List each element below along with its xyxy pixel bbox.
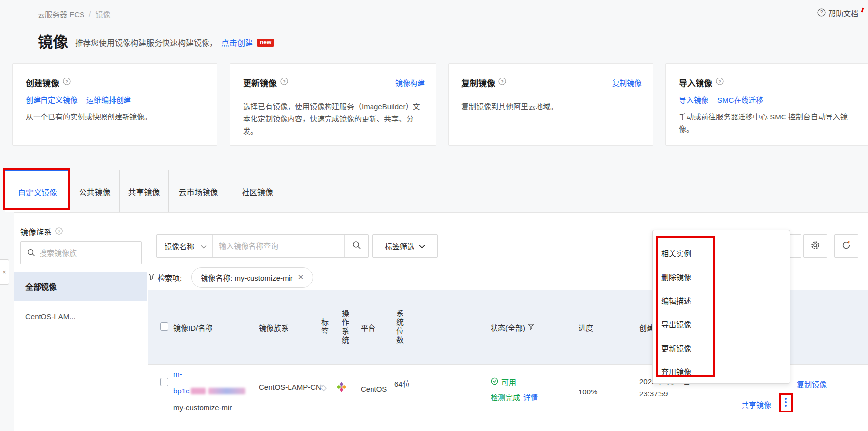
- tab-custom-images[interactable]: 自定义镜像: [5, 170, 70, 212]
- tag-icon[interactable]: [319, 384, 328, 393]
- menu-item-related-instances[interactable]: 相关实例: [653, 241, 790, 265]
- family-search-box: [20, 241, 142, 264]
- menu-item-edit-description[interactable]: 编辑描述: [653, 288, 790, 312]
- question-circle-icon: ?: [55, 227, 63, 236]
- search-icon: [27, 248, 35, 258]
- refresh-button[interactable]: [834, 234, 858, 258]
- tag-filter-label: 标签筛选: [385, 241, 414, 251]
- sidebar-item-centos-lam[interactable]: CentOS-LAM...: [25, 313, 76, 321]
- filter-tag-pill: 镜像名称: my-customize-mir ✕: [191, 267, 313, 288]
- help-red-badge: [861, 8, 864, 12]
- svg-text:?: ?: [718, 79, 721, 84]
- col-system-bits: 系统位数: [394, 310, 405, 345]
- create-now-link[interactable]: 点击创建: [221, 37, 253, 48]
- check-circle-icon: [491, 377, 498, 387]
- sidebar-collapse-handle[interactable]: ×: [0, 259, 9, 285]
- row-actions-dropdown-menu: 相关实例 删除镜像 编辑描述 导出镜像 更新镜像 弃用镜像: [652, 230, 790, 384]
- status-check-line: 检测完成 详情: [491, 392, 538, 402]
- select-all-checkbox-cell: [160, 322, 168, 332]
- col-image-id-name: 镜像ID/名称: [173, 322, 212, 333]
- page-subtitle: 推荐您使用镜像构建服务快速构建镜像， 点击创建 new: [75, 37, 274, 50]
- card-import-desc: 手动或前往服务器迁移中心 SMC 控制台自动导入镜像。: [679, 111, 857, 136]
- tab-marketplace-images[interactable]: 云市场镜像: [169, 170, 228, 212]
- col-tags: 标签: [319, 318, 330, 336]
- help-doc-link[interactable]: ? 帮助文档: [817, 8, 863, 18]
- svg-text:?: ?: [501, 79, 504, 84]
- subtitle-text: 推荐您使用镜像构建服务快速构建镜像，: [75, 37, 217, 48]
- check-complete-text: 检测完成: [491, 392, 520, 402]
- menu-item-update-image[interactable]: 更新镜像: [653, 336, 790, 359]
- import-image-link[interactable]: 导入镜像: [679, 94, 708, 105]
- tab-public-images[interactable]: 公共镜像: [70, 170, 120, 212]
- tag-filter-dropdown[interactable]: 标签筛选: [372, 234, 438, 258]
- card-update-desc: 选择已有镜像，使用镜像构建服务（ImageBuilder）文本化定制镜像内容，快…: [243, 101, 425, 137]
- cell-progress: 100%: [579, 388, 597, 396]
- filter-tag-text: 镜像名称: my-customize-mir: [201, 273, 293, 283]
- card-copy-image: 复制镜像 ? 复制镜像 复制镜像到其他阿里云地域。: [448, 63, 653, 146]
- close-icon[interactable]: ✕: [298, 273, 304, 282]
- create-custom-image-link[interactable]: 创建自定义镜像: [26, 94, 78, 105]
- action-share-image[interactable]: 共享镜像: [742, 399, 771, 410]
- settings-button[interactable]: [803, 234, 827, 258]
- col-status: 状态(全部): [491, 322, 534, 333]
- active-filters-row: 检索项: 镜像名称: my-customize-mir ✕: [148, 267, 313, 288]
- smc-migration-link[interactable]: SMC在线迁移: [717, 94, 763, 105]
- menu-item-export-image[interactable]: 导出镜像: [653, 312, 790, 336]
- page-title: 镜像: [38, 35, 68, 50]
- svg-text:?: ?: [283, 79, 286, 84]
- breadcrumb-ecs[interactable]: 云服务器 ECS: [38, 9, 84, 19]
- tab-community-images[interactable]: 社区镜像: [228, 170, 287, 212]
- new-badge: new: [257, 39, 274, 47]
- svg-text:?: ?: [820, 10, 823, 15]
- card-create-title-row: 创建镜像 ?: [26, 77, 206, 89]
- refresh-icon: [841, 240, 851, 252]
- copy-image-link[interactable]: 复制镜像: [612, 78, 642, 88]
- card-copy-desc: 复制镜像到其他阿里云地域。: [461, 101, 642, 113]
- select-all-checkbox[interactable]: [160, 322, 168, 331]
- action-copy-image[interactable]: 复制镜像: [797, 379, 827, 389]
- card-copy-title: 复制镜像: [461, 77, 495, 89]
- detail-link[interactable]: 详情: [523, 392, 538, 402]
- cell-image-family: CentOS-LAMP-CN: [259, 383, 321, 391]
- col-status-label: 状态(全部): [491, 322, 525, 333]
- svg-text:?: ?: [65, 79, 68, 84]
- help-doc-label: 帮助文档: [828, 8, 858, 18]
- more-actions-icon[interactable]: [782, 398, 790, 407]
- col-operating-system: 操作系统: [340, 310, 350, 345]
- image-family-header: 镜像族系 ?: [20, 226, 63, 237]
- card-create-title: 创建镜像: [26, 77, 59, 89]
- search-category-value: 镜像名称: [165, 241, 194, 251]
- cell-system-bits: 64位: [394, 378, 411, 390]
- col-image-family: 镜像族系: [259, 322, 289, 333]
- card-create-desc: 从一个已有的实例或快照创建新镜像。: [26, 111, 206, 123]
- tab-shared-images[interactable]: 共享镜像: [120, 170, 169, 212]
- family-search-input[interactable]: [20, 241, 142, 264]
- search-button[interactable]: [344, 235, 368, 257]
- breadcrumb-current: 镜像: [95, 9, 110, 19]
- ecs-images-console-page: 云服务器 ECS / 镜像 ? 帮助文档 镜像 推荐您使用镜像构建服务快速构建镜…: [0, 0, 868, 431]
- status-text: 可用: [501, 377, 516, 387]
- image-family-title: 镜像族系: [20, 226, 52, 237]
- breadcrumb: 云服务器 ECS / 镜像: [38, 9, 110, 19]
- sidebar-item-all-images[interactable]: 全部镜像: [14, 272, 147, 301]
- card-import-title-row: 导入镜像 ?: [679, 77, 857, 89]
- image-id-line1[interactable]: m-: [173, 370, 182, 378]
- card-import-title: 导入镜像: [679, 77, 712, 89]
- cell-platform: CentOS: [361, 385, 387, 393]
- search-category-select[interactable]: 镜像名称: [157, 235, 213, 257]
- chevron-down-icon: [201, 242, 207, 250]
- card-update-title: 更新镜像: [243, 77, 277, 89]
- oos-create-link[interactable]: 运维编排创建: [86, 94, 131, 105]
- question-circle-icon: ?: [716, 78, 724, 88]
- image-search-input[interactable]: [213, 235, 344, 257]
- image-builder-link[interactable]: 镜像构建: [395, 78, 425, 88]
- question-circle-icon: ?: [63, 78, 71, 88]
- row-checkbox[interactable]: [160, 378, 168, 386]
- funnel-icon[interactable]: [528, 323, 534, 332]
- svg-text:?: ?: [58, 228, 60, 233]
- image-id-line2[interactable]: bp1c: [173, 387, 245, 395]
- image-search-combo: 镜像名称: [156, 234, 369, 258]
- menu-item-delete-image[interactable]: 删除镜像: [653, 265, 790, 288]
- menu-item-deprecate-image[interactable]: 弃用镜像: [653, 359, 790, 383]
- question-circle-icon: ?: [498, 78, 506, 88]
